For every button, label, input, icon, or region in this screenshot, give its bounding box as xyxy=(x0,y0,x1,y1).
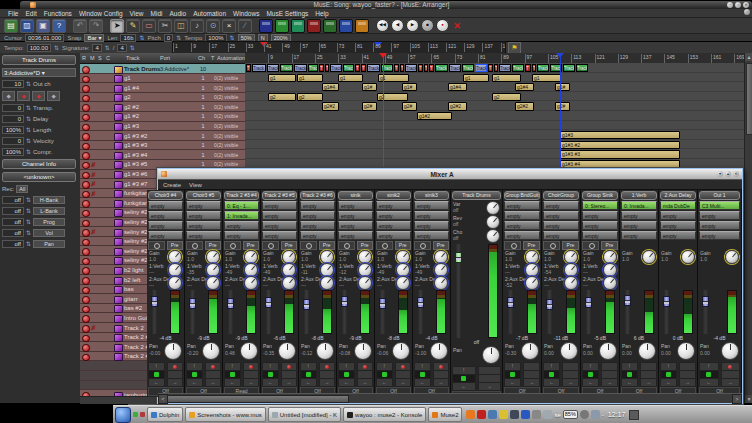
2-aux-de-knob[interactable] xyxy=(603,276,617,290)
record-arm-icon[interactable] xyxy=(82,210,90,218)
effect-slot[interactable]: empty xyxy=(504,201,540,210)
effect-slot[interactable]: empty xyxy=(621,211,657,220)
stereo-toggle-icon[interactable] xyxy=(262,241,279,250)
midi-part[interactable]: g1# xyxy=(555,83,570,91)
trackinfo-button[interactable]: Channel Info xyxy=(2,159,76,169)
effect-slot[interactable]: empty xyxy=(186,231,221,240)
stereo-toggle-icon[interactable] xyxy=(186,241,203,250)
drum-part[interactable]: Track xyxy=(512,64,524,72)
stereo-toggle-icon[interactable] xyxy=(224,241,241,250)
track-row[interactable]: g1 #3 #410(2) visible xyxy=(80,150,245,160)
drum-part[interactable]: Track xyxy=(267,64,279,72)
effect-slot[interactable]: 0: Stereo... xyxy=(582,201,618,210)
effect-slot[interactable]: empty xyxy=(543,221,579,230)
track-row[interactable]: Track Drums3:Addictive*10 xyxy=(80,64,245,74)
record-arm-icon[interactable] xyxy=(82,172,90,180)
strip-name-button[interactable]: Track 2 #3 #6 xyxy=(300,191,335,200)
midi-part[interactable]: g1 xyxy=(532,74,561,82)
effect-slot[interactable]: empty xyxy=(504,221,540,230)
1-verb-knob[interactable] xyxy=(206,263,220,277)
midi-part[interactable]: g2# xyxy=(402,102,417,110)
midi-part[interactable]: g1#3 #2 xyxy=(560,141,680,149)
mute-icon[interactable]: ✗ xyxy=(91,324,96,331)
effect-slot[interactable]: empty xyxy=(224,231,259,240)
fader-handle[interactable] xyxy=(227,298,234,309)
spin-arrows[interactable]: ⇅ xyxy=(26,229,31,236)
volume-fader[interactable] xyxy=(189,290,196,334)
track-row[interactable]: g1 #310(2) visible xyxy=(80,122,245,132)
effect-slot[interactable]: empty xyxy=(376,211,411,220)
track-row[interactable]: g1 #410(2) visible xyxy=(80,83,245,93)
drum-part[interactable]: T xyxy=(525,64,531,72)
strip-name-button[interactable]: Choir3 #4 xyxy=(148,191,183,200)
gain-knob[interactable] xyxy=(358,250,372,264)
record-arm-icon[interactable] xyxy=(82,85,90,93)
record-arm-icon[interactable] xyxy=(82,76,90,84)
spin-value[interactable]: 100% xyxy=(2,148,24,156)
bigtime-icon[interactable] xyxy=(275,19,289,33)
menu-item-automation[interactable]: Automation xyxy=(193,10,226,17)
gain-knob[interactable] xyxy=(282,250,296,264)
output-route-icon[interactable]: → xyxy=(679,378,696,387)
mute-icon[interactable]: ✗ xyxy=(91,180,96,187)
2-aux-de-knob[interactable] xyxy=(206,276,220,290)
fader-handle[interactable] xyxy=(507,297,514,308)
input-route-icon[interactable]: ← xyxy=(621,378,638,387)
spin-arrows[interactable]: ⇅ xyxy=(26,218,31,225)
effect-slot[interactable]: 0: Eq - 1... xyxy=(224,201,259,210)
output-route-icon[interactable]: → xyxy=(562,378,579,387)
track-row[interactable]: g1 #3 #210(2) visible xyxy=(80,131,245,141)
spin-arrows[interactable]: ⇅ xyxy=(26,115,31,122)
gain-knob[interactable] xyxy=(396,250,410,264)
fader-handle[interactable] xyxy=(663,296,670,307)
record-arm-icon[interactable] xyxy=(82,325,90,333)
spin-value[interactable]: off xyxy=(2,207,24,215)
volume-fader[interactable] xyxy=(151,290,158,334)
pre-fader-button[interactable]: Pre xyxy=(562,241,579,250)
pan-knob[interactable] xyxy=(677,342,695,360)
effect-slot[interactable]: empty xyxy=(582,211,618,220)
firefox-icon[interactable] xyxy=(466,410,475,419)
gain-knob[interactable] xyxy=(725,250,739,264)
mixer-maximize-icon[interactable]: ▴ xyxy=(725,171,731,177)
pencil-tool-icon[interactable]: ✎ xyxy=(126,19,140,33)
drum-part[interactable]: T xyxy=(361,64,366,72)
menu-item-functions[interactable]: Functions xyxy=(44,10,72,17)
strip-name-button[interactable]: Choir3 #5 xyxy=(186,191,221,200)
pointer-tool-icon[interactable]: ➤ xyxy=(110,19,124,33)
mute-icon[interactable]: ✗ xyxy=(91,161,96,168)
spin-value[interactable]: off xyxy=(2,240,24,248)
gain-knob[interactable] xyxy=(206,250,220,264)
midi-part[interactable]: g1 xyxy=(297,74,323,82)
effect-slot[interactable]: empty xyxy=(262,231,297,240)
scroll-down-icon[interactable]: ▼ xyxy=(745,395,752,403)
input-route-icon[interactable]: ← xyxy=(699,378,719,387)
spin-value[interactable]: 0 xyxy=(2,104,24,112)
midi-part[interactable]: g1 xyxy=(338,74,363,82)
record-arm-icon[interactable] xyxy=(82,277,90,285)
record-arm-icon[interactable] xyxy=(82,267,90,275)
pre-fader-button[interactable]: Pre xyxy=(243,241,260,250)
gain-knob[interactable] xyxy=(244,250,258,264)
midi-part[interactable]: g2# xyxy=(362,102,377,110)
record-arm-icon[interactable] xyxy=(82,181,90,189)
strip-name-button[interactable]: Track Drums xyxy=(452,191,501,200)
fader-handle[interactable] xyxy=(265,297,272,308)
drum-part[interactable]: T xyxy=(400,64,404,72)
record-flag-icon[interactable]: ◆ xyxy=(17,91,30,101)
midi-part[interactable]: g1# xyxy=(362,83,377,91)
mute-icon[interactable]: ✗ xyxy=(91,171,96,178)
effect-slot[interactable]: empty xyxy=(148,231,183,240)
task-button[interactable]: Muse2 xyxy=(428,407,462,422)
effect-slot[interactable]: empty xyxy=(414,221,449,230)
2-aux-de-knob[interactable] xyxy=(358,276,372,290)
pre-fader-button[interactable]: Pre xyxy=(319,241,336,250)
minimize-icon[interactable]: − xyxy=(727,2,733,8)
drum-part[interactable]: Track xyxy=(294,64,307,72)
rewind-start-button[interactable]: ◀◀ xyxy=(376,19,389,32)
mute-flag-icon[interactable]: ◆ xyxy=(32,91,45,101)
track-row[interactable]: g1 #210(2) visible xyxy=(80,112,245,122)
spin-value[interactable]: 0 xyxy=(2,137,24,145)
strip-name-button[interactable]: Out 1 xyxy=(699,191,740,200)
midi-velocity-fader[interactable] xyxy=(455,244,462,338)
